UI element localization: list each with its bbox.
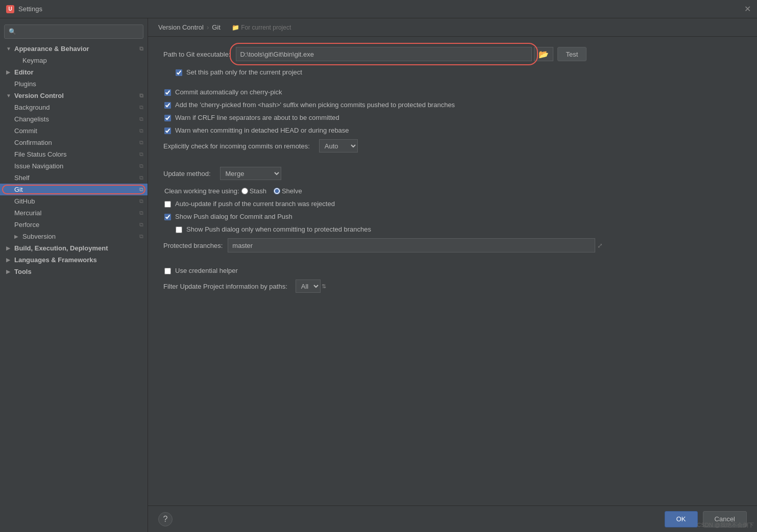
- use-credential-row: Use credential helper: [163, 267, 742, 274]
- warn-crlf-row: Warn if CRLF line separators are about t…: [163, 114, 742, 121]
- sidebar-item-label: Shelf: [14, 174, 137, 182]
- sidebar-item-label: Appearance & Behavior: [14, 45, 137, 53]
- sidebar-item-label: Issue Navigation: [14, 162, 137, 170]
- shelve-radio[interactable]: [274, 188, 280, 194]
- shelve-label: Shelve: [282, 187, 302, 195]
- auto-update-label: Auto-update if push of the current branc…: [175, 200, 335, 208]
- copy-icon: ⧉: [139, 221, 143, 228]
- sidebar-item-changelists[interactable]: Changelists ⧉: [0, 113, 148, 125]
- search-box[interactable]: 🔍: [4, 24, 143, 39]
- git-path-row: Path to Git executable: 📂 Test: [163, 47, 742, 61]
- help-button[interactable]: ?: [158, 512, 173, 526]
- set-path-row: Set this path only for the current proje…: [163, 68, 742, 76]
- sidebar-item-git[interactable]: Git ⧉: [0, 184, 148, 195]
- close-button[interactable]: ✕: [744, 4, 751, 14]
- commit-cherry-pick-label: Commit automatically on cherry-pick: [175, 88, 282, 96]
- expand-arrow: ▼: [6, 93, 13, 98]
- warn-crlf-checkbox[interactable]: [164, 115, 171, 121]
- auto-update-checkbox[interactable]: [164, 201, 171, 208]
- protected-branches-input[interactable]: [228, 238, 595, 252]
- sidebar-item-label: Tools: [14, 268, 143, 275]
- sidebar-item-label: Background: [14, 104, 137, 111]
- expand-icon[interactable]: ⤢: [597, 242, 603, 249]
- sidebar-item-appearance[interactable]: ▼ Appearance & Behavior ⧉: [0, 43, 148, 55]
- sidebar-item-editor[interactable]: ▶ Editor: [0, 66, 148, 78]
- warn-detached-checkbox[interactable]: [164, 128, 171, 134]
- commit-cherry-pick-checkbox[interactable]: [164, 89, 171, 96]
- copy-icon: ⧉: [139, 210, 143, 216]
- show-push-protected-row: Show Push dialog only when committing to…: [163, 225, 742, 233]
- expand-arrow: ▶: [6, 69, 13, 75]
- copy-icon: ⧉: [139, 128, 143, 134]
- ok-button[interactable]: OK: [665, 511, 698, 527]
- use-credential-checkbox[interactable]: [164, 268, 171, 274]
- sidebar-item-commit[interactable]: Commit ⧉: [0, 125, 148, 137]
- sidebar-item-mercurial[interactable]: Mercurial ⧉: [0, 207, 148, 219]
- sidebar-item-confirmation[interactable]: Confirmation ⧉: [0, 137, 148, 148]
- show-push-protected-checkbox[interactable]: [176, 226, 182, 233]
- sidebar-item-languages[interactable]: ▶ Languages & Frameworks: [0, 254, 148, 266]
- sidebar-item-plugins[interactable]: Plugins: [0, 78, 148, 90]
- git-path-wrapper: [236, 47, 532, 61]
- breadcrumb-git[interactable]: Git: [212, 23, 221, 31]
- git-path-input[interactable]: [236, 47, 532, 61]
- copy-icon: ⧉: [139, 174, 143, 181]
- stash-label: Stash: [250, 187, 266, 195]
- sidebar-item-build[interactable]: ▶ Build, Execution, Deployment: [0, 242, 148, 254]
- search-input[interactable]: [19, 28, 139, 35]
- use-credential-label: Use credential helper: [175, 267, 238, 274]
- folder-icon: 📁: [232, 24, 239, 31]
- bottom-bar: ? OK Cancel: [148, 505, 757, 532]
- show-push-checkbox[interactable]: [164, 214, 171, 220]
- sidebar-item-label: Commit: [14, 127, 137, 135]
- breadcrumb-version-control[interactable]: Version Control: [158, 23, 204, 31]
- show-push-label: Show Push dialog for Commit and Push: [175, 213, 292, 220]
- update-method-label: Update method:: [163, 170, 211, 178]
- incoming-commits-select[interactable]: Auto Always Never: [319, 139, 358, 153]
- stash-radio[interactable]: [241, 188, 248, 194]
- filter-label: Filter Update Project information by pat…: [163, 283, 287, 290]
- sidebar-item-shelf[interactable]: Shelf ⧉: [0, 172, 148, 184]
- divider1: [163, 81, 742, 88]
- copy-icon: ⧉: [139, 116, 143, 122]
- commit-cherry-pick-row: Commit automatically on cherry-pick: [163, 88, 742, 96]
- sidebar-item-issue-navigation[interactable]: Issue Navigation ⧉: [0, 160, 148, 172]
- browse-button[interactable]: 📂: [534, 47, 553, 61]
- sidebar-item-perforce[interactable]: Perforce ⧉: [0, 219, 148, 231]
- sidebar-item-label: Build, Execution, Deployment: [14, 244, 143, 252]
- divider3: [163, 260, 742, 267]
- settings-content: Path to Git executable: 📂 Test Set this …: [148, 37, 757, 505]
- test-button[interactable]: Test: [557, 47, 587, 61]
- sidebar-item-background[interactable]: Background ⧉: [0, 102, 148, 113]
- search-icon: 🔍: [9, 28, 16, 35]
- sidebar-item-tools[interactable]: ▶ Tools: [0, 266, 148, 277]
- settings-window: U Settings ✕ 🔍 ▼ Appearance & Behavior ⧉…: [0, 0, 757, 532]
- divider2: [163, 160, 742, 167]
- cherry-suffix-checkbox[interactable]: [164, 102, 171, 109]
- filter-select[interactable]: All: [296, 280, 321, 293]
- show-push-dialog-row: Show Push dialog for Commit and Push: [163, 213, 742, 220]
- copy-icon: ⧉: [139, 104, 143, 111]
- set-path-checkbox[interactable]: [176, 69, 182, 76]
- sidebar-item-file-status-colors[interactable]: File Status Colors ⧉: [0, 148, 148, 160]
- expand-arrow: ▼: [6, 46, 13, 52]
- sidebar-item-label: Changelists: [14, 115, 137, 123]
- incoming-commits-label: Explicitly check for incoming commits on…: [163, 142, 310, 150]
- update-method-select[interactable]: Merge Rebase Branch Default: [220, 167, 281, 180]
- sidebar-item-version-control[interactable]: ▼ Version Control ⧉: [0, 90, 148, 102]
- clean-working-tree-row: Clean working tree using: Stash Shelve: [163, 187, 742, 195]
- sidebar-item-github[interactable]: GitHub ⧉: [0, 195, 148, 207]
- protected-branches-label: Protected branches:: [163, 242, 223, 249]
- warn-detached-label: Warn when committing in detached HEAD or…: [175, 126, 349, 134]
- breadcrumb: Version Control › Git 📁 For current proj…: [148, 18, 757, 37]
- app-icon: U: [6, 5, 14, 13]
- copy-icon: ⧉: [139, 151, 143, 158]
- main-panel: Version Control › Git 📁 For current proj…: [148, 18, 757, 532]
- filter-update-row: Filter Update Project information by pat…: [163, 280, 742, 293]
- copy-icon: ⧉: [139, 163, 143, 169]
- clean-working-tree-label: Clean working tree using:: [164, 187, 239, 195]
- warn-detached-row: Warn when committing in detached HEAD or…: [163, 126, 742, 134]
- copy-icon: ⧉: [139, 233, 143, 240]
- sidebar-item-keymap[interactable]: Keymap: [0, 55, 148, 66]
- sidebar-item-subversion[interactable]: ▶ Subversion ⧉: [0, 231, 148, 242]
